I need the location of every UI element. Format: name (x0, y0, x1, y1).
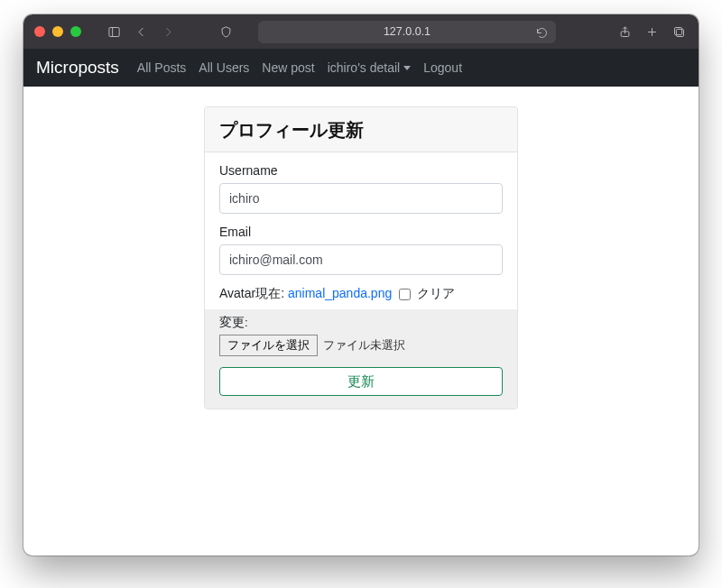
forward-button[interactable] (159, 23, 177, 41)
email-group: Email (219, 225, 503, 275)
nav-all-posts[interactable]: All Posts (137, 60, 186, 75)
nav-logout[interactable]: Logout (423, 60, 462, 75)
card-header: プロフィール更新 (205, 107, 517, 152)
avatar-current-line: Avatar現在: animal_panda.png クリア (219, 286, 503, 309)
nav-new-post[interactable]: New post (262, 60, 314, 75)
page-title: プロフィール更新 (219, 118, 503, 142)
close-window-button[interactable] (34, 26, 45, 37)
chevron-down-icon (403, 66, 411, 70)
card-footer: 変更: ファイルを選択 ファイル未選択 更新 (205, 309, 517, 409)
file-row: ファイルを選択 ファイル未選択 (219, 335, 503, 356)
file-status: ファイル未選択 (323, 337, 405, 354)
tabs-overview-icon[interactable] (670, 23, 688, 41)
back-button[interactable] (132, 23, 150, 41)
email-input[interactable] (219, 244, 503, 275)
reload-icon[interactable] (532, 24, 551, 42)
svg-rect-5 (676, 29, 683, 36)
avatar-clear-checkbox[interactable] (399, 289, 411, 300)
address-bar[interactable]: 127.0.0.1 (258, 21, 556, 43)
nav-all-posts-label: All Posts (137, 60, 186, 75)
minimize-window-button[interactable] (52, 26, 63, 37)
avatar-clear-label: クリア (417, 286, 455, 300)
avatar-change-label: 変更: (219, 315, 503, 331)
username-label: Username (219, 163, 503, 178)
svg-rect-0 (108, 27, 118, 36)
window-controls (34, 26, 81, 37)
nav-new-post-label: New post (262, 60, 314, 75)
browser-titlebar: 127.0.0.1 (23, 14, 699, 49)
profile-card: プロフィール更新 Username Email Avatar現在: animal… (204, 106, 518, 409)
username-input[interactable] (219, 183, 503, 214)
nav-user-detail[interactable]: ichiro's detail (328, 60, 412, 75)
email-label: Email (219, 225, 503, 239)
avatar-current-link[interactable]: animal_panda.png (288, 286, 392, 300)
nav-all-users-label: All Users (199, 60, 249, 75)
browser-window: 127.0.0.1 Microposts All Posts All Users… (23, 14, 699, 556)
page-content: プロフィール更新 Username Email Avatar現在: animal… (23, 87, 699, 409)
file-select-button[interactable]: ファイルを選択 (219, 335, 318, 356)
svg-rect-6 (674, 27, 681, 34)
submit-button[interactable]: 更新 (219, 367, 503, 396)
nav-user-detail-label: ichiro's detail (328, 60, 401, 75)
shield-icon[interactable] (217, 23, 235, 41)
sidebar-toggle-icon[interactable] (105, 23, 123, 41)
card-body: Username Email Avatar現在: animal_panda.pn… (205, 152, 517, 309)
nav-all-users[interactable]: All Users (199, 60, 249, 75)
brand[interactable]: Microposts (36, 58, 119, 78)
address-text: 127.0.0.1 (384, 25, 430, 38)
new-tab-icon[interactable] (643, 23, 661, 41)
app-navbar: Microposts All Posts All Users New post … (23, 49, 699, 87)
maximize-window-button[interactable] (70, 26, 81, 37)
avatar-current-label: 現在: (255, 286, 284, 300)
nav-logout-label: Logout (423, 60, 462, 75)
avatar-label-prefix: Avatar (219, 286, 255, 300)
share-icon[interactable] (616, 23, 634, 41)
username-group: Username (219, 163, 503, 214)
